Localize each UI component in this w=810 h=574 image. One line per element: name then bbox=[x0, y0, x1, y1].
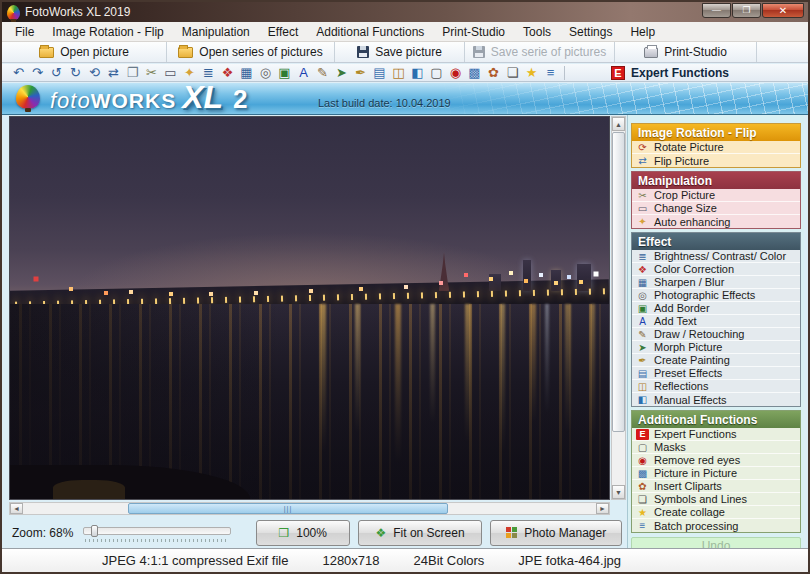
flip-horizontal-icon[interactable]: ⇄ bbox=[104, 65, 123, 81]
photographic-effects-icon[interactable]: ◎ bbox=[256, 65, 275, 81]
maximize-button[interactable]: ❐ bbox=[732, 3, 761, 18]
remove-red-eyes-icon[interactable]: ◉ bbox=[446, 65, 465, 81]
brightness-contrast-icon[interactable]: ≣ bbox=[199, 65, 218, 81]
menu-item[interactable]: Image Rotation - Flip bbox=[43, 23, 172, 41]
sidebar-item-color-correction[interactable]: ❖ Color Correction bbox=[632, 263, 800, 276]
sidebar-item-draw-retouching[interactable]: ✎ Draw / Retouching bbox=[632, 328, 800, 341]
photo-manager-button[interactable]: Photo Manager bbox=[490, 520, 622, 546]
create-collage-icon[interactable]: ★ bbox=[522, 65, 541, 81]
photo-canvas[interactable] bbox=[9, 116, 610, 500]
minimize-button[interactable]: — bbox=[702, 3, 731, 18]
picture-in-picture-icon[interactable]: ▩ bbox=[465, 65, 484, 81]
draw-retouching-icon[interactable]: ✎ bbox=[313, 65, 332, 81]
sidebar-item-create-painting[interactable]: ✒ Create Painting bbox=[632, 354, 800, 367]
zoom-slider[interactable] bbox=[83, 525, 229, 537]
sharpen-blur-icon[interactable]: ▦ bbox=[237, 65, 256, 81]
preset-effects-icon[interactable]: ▤ bbox=[370, 65, 389, 81]
sidebar-item-brightness-contrast-color[interactable]: ≣ Brightness/ Contrast/ Color bbox=[632, 250, 800, 263]
sidebar-item-add-border[interactable]: ▣ Add Border bbox=[632, 302, 800, 315]
rotate-ccw-icon[interactable]: ↺ bbox=[47, 65, 66, 81]
sidebar-item-icon: ✒ bbox=[636, 355, 649, 366]
rotate-180-icon[interactable]: ⟲ bbox=[85, 65, 104, 81]
menu-item[interactable]: Tools bbox=[514, 23, 560, 41]
sidebar-item-change-size[interactable]: ▭ Change Size bbox=[632, 202, 800, 215]
expert-functions-label: Expert Functions bbox=[631, 66, 729, 80]
rotate-left-90-icon[interactable]: ↶ bbox=[9, 65, 28, 81]
menu-item[interactable]: Manipulation bbox=[173, 23, 259, 41]
sidebar-item-icon: ✎ bbox=[636, 329, 649, 340]
add-border-icon[interactable]: ▣ bbox=[275, 65, 294, 81]
expert-functions-button[interactable]: E Expert Functions bbox=[611, 66, 729, 80]
vertical-scrollbar[interactable]: ▲ ▼ bbox=[611, 116, 626, 500]
icon-strip: ↶↷↺↻⟲⇄❐✂▭✦≣❖▦◎▣A✎➤✒▤◫◧▢◉▩✿❏★≡ bbox=[9, 65, 560, 81]
scroll-down-arrow[interactable]: ▼ bbox=[612, 485, 625, 499]
sidebar-item-symbols-and-lines[interactable]: ❏ Symbols and Lines bbox=[632, 493, 800, 506]
scroll-right-arrow[interactable]: ► bbox=[596, 503, 609, 514]
auto-enhance-icon[interactable]: ✦ bbox=[180, 65, 199, 81]
sidebar-item-morph-picture[interactable]: ➤ Morph Picture bbox=[632, 341, 800, 354]
open-series-folder-icon bbox=[178, 47, 193, 58]
sidebar-item-picture-in-picture[interactable]: ▩ Picture in Picture bbox=[632, 467, 800, 480]
menu-item[interactable]: Additional Functions bbox=[307, 23, 433, 41]
section-header: Manipulation bbox=[632, 172, 800, 189]
color-correction-icon[interactable]: ❖ bbox=[218, 65, 237, 81]
build-date-label: Last build date: 10.04.2019 bbox=[318, 97, 451, 109]
sidebar-item-insert-cliparts[interactable]: ✿ Insert Cliparts bbox=[632, 480, 800, 493]
mirror-copy-icon[interactable]: ❐ bbox=[123, 65, 142, 81]
zoom-100-label: 100% bbox=[296, 526, 327, 540]
sidebar-item-preset-effects[interactable]: ▤ Preset Effects bbox=[632, 367, 800, 380]
crop-icon[interactable]: ✂ bbox=[142, 65, 161, 81]
scroll-up-arrow[interactable]: ▲ bbox=[612, 117, 625, 131]
horizontal-scroll-thumb[interactable]: ||| bbox=[128, 503, 448, 514]
zoom-slider-ticks bbox=[85, 539, 229, 542]
zoom-slider-thumb[interactable] bbox=[91, 525, 98, 537]
horizontal-scrollbar[interactable]: ◄ ||| ► bbox=[9, 502, 610, 515]
sidebar-item-label: Brightness/ Contrast/ Color bbox=[654, 250, 786, 262]
insert-cliparts-icon[interactable]: ✿ bbox=[484, 65, 503, 81]
rotate-cw-icon[interactable]: ↻ bbox=[66, 65, 85, 81]
sidebar-item-create-collage[interactable]: ★ Create collage bbox=[632, 506, 800, 519]
sidebar-item-label: Reflections bbox=[654, 380, 708, 392]
batch-processing-icon[interactable]: ≡ bbox=[541, 65, 560, 81]
sidebar-item-expert-functions[interactable]: E Expert Functions bbox=[632, 428, 800, 441]
reflections-icon[interactable]: ◫ bbox=[389, 65, 408, 81]
menu-item[interactable]: Print-Studio bbox=[433, 23, 514, 41]
masks-icon[interactable]: ▢ bbox=[427, 65, 446, 81]
add-text-icon[interactable]: A bbox=[294, 65, 313, 81]
title-bar: FotoWorks XL 2019 — ❐ ✕ bbox=[2, 2, 808, 22]
vertical-scroll-thumb[interactable] bbox=[612, 132, 625, 432]
sidebar-item-manual-effects[interactable]: ◧ Manual Effects bbox=[632, 393, 800, 406]
sidebar-item-photographic-effects[interactable]: ◎ Photographic Effects bbox=[632, 289, 800, 302]
open-series-button[interactable]: Open series of pictures bbox=[167, 42, 335, 62]
sidebar-item-masks[interactable]: ▢ Masks bbox=[632, 441, 800, 454]
morph-picture-icon[interactable]: ➤ bbox=[332, 65, 351, 81]
brand-banner: foto WORKS XL 2 Last build date: 10.04.2… bbox=[2, 83, 808, 115]
sidebar-item-crop-picture[interactable]: ✂ Crop Picture bbox=[632, 189, 800, 202]
fit-on-screen-button[interactable]: ❖ Fit on Screen bbox=[358, 520, 483, 546]
sidebar-item-remove-red-eyes[interactable]: ◉ Remove red eyes bbox=[632, 454, 800, 467]
zoom-100-button[interactable]: ❒ 100% bbox=[256, 520, 350, 546]
sidebar-item-reflections[interactable]: ◫ Reflections bbox=[632, 380, 800, 393]
sidebar-item-sharpen-blur[interactable]: ▦ Sharpen / Blur bbox=[632, 276, 800, 289]
zoom-slider-track[interactable] bbox=[83, 527, 231, 535]
sidebar-item-auto-enhancing[interactable]: ✦ Auto enhancing bbox=[632, 215, 800, 228]
sidebar-item-flip-picture[interactable]: ⇄ Flip Picture bbox=[632, 154, 800, 167]
menu-item[interactable]: Help bbox=[621, 23, 664, 41]
change-size-icon[interactable]: ▭ bbox=[161, 65, 180, 81]
sidebar-item-add-text[interactable]: A Add Text bbox=[632, 315, 800, 328]
open-picture-button[interactable]: Open picture bbox=[2, 42, 167, 62]
symbols-lines-icon[interactable]: ❏ bbox=[503, 65, 522, 81]
print-studio-button[interactable]: Print-Studio bbox=[615, 42, 757, 62]
sidebar-item-icon: ❖ bbox=[636, 264, 649, 275]
menu-item[interactable]: File bbox=[6, 23, 43, 41]
sidebar-item-batch-processing[interactable]: ≡ Batch processing bbox=[632, 519, 800, 532]
close-button[interactable]: ✕ bbox=[762, 3, 804, 18]
create-painting-icon[interactable]: ✒ bbox=[351, 65, 370, 81]
manual-effects-icon[interactable]: ◧ bbox=[408, 65, 427, 81]
scroll-left-arrow[interactable]: ◄ bbox=[10, 503, 23, 514]
rotate-right-90-icon[interactable]: ↷ bbox=[28, 65, 47, 81]
menu-item[interactable]: Settings bbox=[560, 23, 621, 41]
menu-item[interactable]: Effect bbox=[259, 23, 307, 41]
save-picture-button[interactable]: Save picture bbox=[335, 42, 465, 62]
sidebar-item-rotate-picture[interactable]: ⟳ Rotate Picture bbox=[632, 141, 800, 154]
